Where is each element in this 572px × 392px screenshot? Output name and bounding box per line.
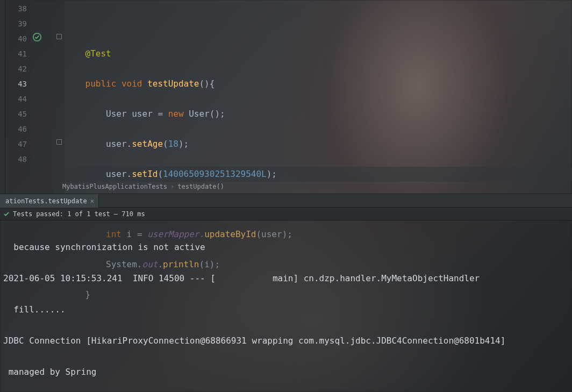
line-number: 43 xyxy=(5,76,27,91)
punct: (){ xyxy=(199,79,215,89)
keyword: new xyxy=(168,109,184,119)
line-number: 40 xyxy=(5,31,27,46)
method-name: testUpdate xyxy=(147,79,199,89)
fold-handle-icon[interactable] xyxy=(56,139,62,145)
line-number: 42 xyxy=(5,61,27,76)
line-number: 45 xyxy=(5,106,27,122)
keyword: void xyxy=(121,79,142,89)
method-call: setAge xyxy=(132,139,163,149)
left-edge: Handler ation xyxy=(0,0,5,194)
punct: ); xyxy=(267,169,277,179)
line-number: 39 xyxy=(5,16,27,31)
punct: ( xyxy=(163,139,168,149)
console-line: 2021-06-05 10:15:53.241 INFO 14500 --- [… xyxy=(3,270,569,286)
breadcrumb-item[interactable]: testUpdate() xyxy=(177,183,224,190)
close-icon[interactable]: × xyxy=(90,194,94,208)
receiver: user. xyxy=(106,139,132,149)
line-number: 41 xyxy=(5,46,27,61)
line-number: 47 xyxy=(5,137,27,152)
tests-passed-label: Tests passed: 1 of 1 test – 710 ms xyxy=(13,208,145,220)
tab-label: ationTests.testUpdate xyxy=(5,194,87,208)
check-icon xyxy=(3,211,10,217)
type: User xyxy=(106,109,127,119)
op: = xyxy=(153,109,168,119)
number-literal: 1400650930251329540L xyxy=(163,169,267,179)
console-line: managed by Spring xyxy=(3,364,569,380)
run-test-pass-icon[interactable] xyxy=(32,32,42,42)
receiver: user. xyxy=(106,169,132,179)
line-number: 46 xyxy=(5,122,27,137)
console-line: fill...... xyxy=(3,302,569,317)
fold-column[interactable] xyxy=(55,0,65,194)
run-tab[interactable]: ationTests.testUpdate × xyxy=(0,194,99,208)
breadcrumb[interactable]: MybatisPlusApplicationTests›testUpdate() xyxy=(62,180,572,194)
editor-area: Handler ation 38 39 40 41 42 43 44 45 46… xyxy=(0,0,572,194)
run-tab-bar: ationTests.testUpdate × xyxy=(0,194,572,208)
chevron-right-icon: › xyxy=(170,183,174,190)
fold-handle-icon[interactable] xyxy=(56,34,62,39)
method-call: setId xyxy=(132,169,158,179)
keyword: public xyxy=(85,79,117,89)
variable: user xyxy=(132,109,153,119)
punct: (); xyxy=(210,109,225,119)
punct: ); xyxy=(178,139,189,149)
gutter-icon-column xyxy=(31,0,55,194)
punct: ( xyxy=(158,169,163,179)
console-line: because synchronization is not active xyxy=(3,239,569,255)
constructor: User xyxy=(189,109,210,119)
test-status-bar: Tests passed: 1 of 1 test – 710 ms xyxy=(0,208,572,220)
breadcrumb-item[interactable]: MybatisPlusApplicationTests xyxy=(62,183,167,190)
code-editor[interactable]: @Test public void testUpdate(){ User use… xyxy=(65,0,572,194)
annotation: @Test xyxy=(85,48,111,59)
console-output[interactable]: because synchronization is not active 20… xyxy=(0,220,572,392)
line-number-gutter[interactable]: 38 39 40 41 42 43 44 45 46 47 48 xyxy=(5,0,31,194)
line-number: 48 xyxy=(5,152,27,167)
number-literal: 18 xyxy=(168,139,178,149)
console-line: JDBC Connection [HikariProxyConnection@6… xyxy=(3,333,569,348)
line-number: 38 xyxy=(5,1,27,16)
line-number: 44 xyxy=(5,91,27,106)
